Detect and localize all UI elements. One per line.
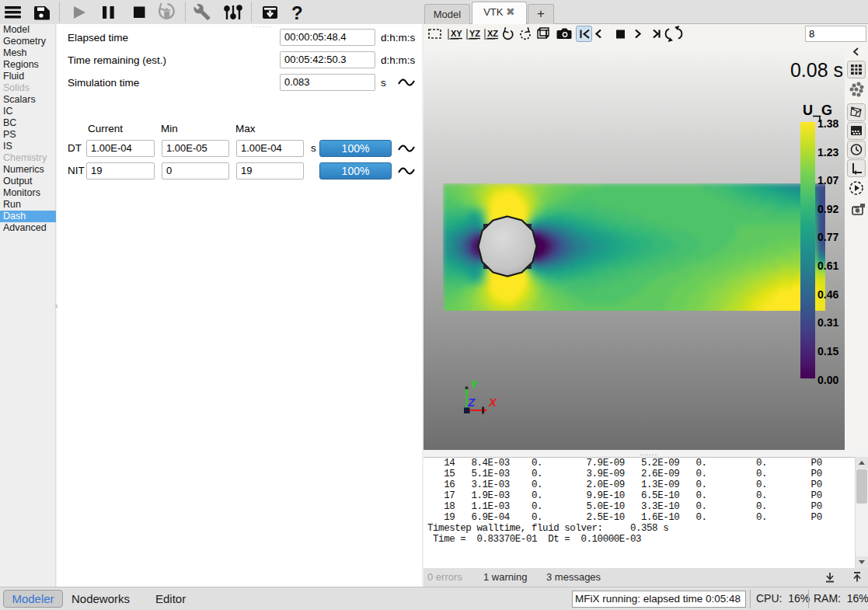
svg-text:0.15: 0.15 [817,345,838,357]
svg-text:XZ: XZ [487,29,498,38]
svg-text:0.08 s: 0.08 s [790,59,843,81]
svg-text:?: ? [291,2,303,23]
svg-text:YZ: YZ [469,29,480,38]
svg-text:1.38: 1.38 [817,117,838,130]
svg-text:XY: XY [451,29,462,38]
svg-text:Y: Y [470,378,479,391]
svg-text:0.00: 0.00 [817,374,838,386]
svg-text:0.31: 0.31 [817,316,838,329]
svg-text:0.46: 0.46 [817,288,838,301]
svg-text:1.23: 1.23 [817,146,838,159]
svg-text:1.07: 1.07 [817,174,838,186]
svg-text:0.77: 0.77 [817,231,838,243]
svg-text:0.92: 0.92 [817,203,838,215]
svg-text:0.61: 0.61 [817,260,838,272]
svg-text:8: 8 [809,28,814,40]
svg-text:X: X [488,396,497,409]
svg-text:Z: Z [467,396,476,409]
